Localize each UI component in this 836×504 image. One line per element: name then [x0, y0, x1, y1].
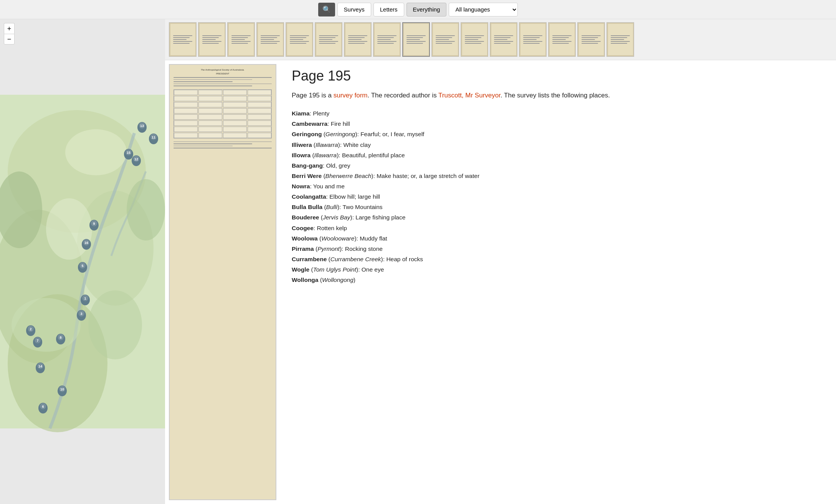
desc-type: survey form [334, 92, 368, 99]
svg-point-7 [12, 298, 81, 352]
svg-point-5 [65, 129, 127, 175]
thumbnail-12[interactable] [490, 22, 517, 57]
place-name: Pirrama [292, 245, 314, 252]
place-item: Coogee: Rotten kelp [292, 223, 824, 233]
thumbnail-strip [165, 19, 836, 60]
main-layout: + − 13 [0, 19, 836, 504]
place-name: Cambewarra [292, 120, 327, 127]
svg-text:13: 13 [140, 124, 144, 128]
place-name: Wollonga [292, 277, 318, 283]
thumbnail-15[interactable] [577, 22, 605, 57]
place-name: Wogle [292, 266, 309, 273]
place-meaning: White clay [343, 142, 371, 148]
zoom-out-button[interactable]: − [4, 34, 15, 44]
place-name: Coogee [292, 225, 314, 231]
place-alt: Pyrmont [317, 245, 340, 252]
doc-footer-lines [173, 142, 272, 148]
thumbnail-9-active[interactable] [402, 22, 430, 57]
document-image-container: The Anthropological Society of Australas… [169, 64, 276, 500]
place-meaning: Fire hill [331, 120, 350, 127]
place-name: Berri Were [292, 173, 322, 179]
place-alt: Gerringong [325, 131, 355, 137]
place-meaning: Elbow hill; large hill [329, 193, 380, 200]
thumbnail-14[interactable] [548, 22, 576, 57]
place-item: Bang-gang: Old, grey [292, 160, 824, 171]
place-name: Currambene [292, 256, 327, 262]
place-item: Wogle (Tom Uglys Point): One eye [292, 264, 824, 275]
place-meaning: Old, grey [326, 162, 350, 169]
place-meaning: Plenty [313, 110, 329, 117]
content-area: The Anthropological Society of Australas… [165, 60, 836, 504]
svg-text:8: 8 [59, 336, 61, 339]
tab-letters[interactable]: Letters [373, 3, 404, 16]
place-name: Bang-gang [292, 162, 323, 169]
place-item: Nowra: You and me [292, 181, 824, 191]
place-meaning: Make haste; or, a large stretch of water [377, 173, 479, 179]
tab-surveys[interactable]: Surveys [337, 3, 371, 16]
page-title: Page 195 [292, 68, 824, 84]
zoom-in-button[interactable]: + [4, 23, 15, 34]
svg-text:12: 12 [134, 157, 138, 161]
svg-text:7: 7 [36, 339, 38, 343]
svg-text:16: 16 [84, 241, 88, 245]
thumbnail-3[interactable] [227, 22, 255, 57]
thumbnail-2[interactable] [198, 22, 226, 57]
place-name: Kiama [292, 110, 310, 117]
place-item: Coolangatta: Elbow hill; large hill [292, 191, 824, 202]
place-meaning: Muddy flat [360, 235, 387, 242]
place-alt: Bulli [326, 204, 337, 210]
place-item: Currambene (Currambene Creek): Heap of r… [292, 254, 824, 264]
place-item: Geringong (Gerringong): Fearful; or, I f… [292, 129, 824, 139]
place-alt: Currambene Creek [330, 256, 381, 262]
thumbnail-10[interactable] [431, 22, 459, 57]
tab-everything[interactable]: Everything [406, 3, 447, 16]
thumbnail-4[interactable] [256, 22, 284, 57]
place-name: Illowra [292, 152, 311, 158]
place-meaning: You and me [313, 183, 345, 189]
place-meaning: Large fishing place [355, 214, 405, 221]
place-list: Kiama: PlentyCambewarra: Fire hillGering… [292, 108, 824, 285]
place-name: Woolowa [292, 235, 318, 242]
place-item: Illiwera (Illawarra): White clay [292, 140, 824, 150]
map-svg: 13 11 15 12 9 16 [0, 19, 165, 504]
place-alt: Bherwerre Beach [325, 173, 372, 179]
desc-mid: . The recorded author is [368, 92, 439, 99]
place-alt: Jervis Bay [323, 214, 350, 221]
right-panel: The Anthropological Society of Australas… [165, 19, 836, 504]
svg-text:6: 6 [42, 405, 44, 408]
navbar: 🔍 Surveys Letters Everything All languag… [0, 0, 836, 19]
place-item: Wollonga (Wollongong) [292, 275, 824, 285]
thumbnail-7[interactable] [344, 22, 372, 57]
place-meaning: Rotten kelp [317, 225, 347, 231]
svg-point-10 [88, 290, 142, 359]
language-select[interactable]: All languages English French German Lati… [449, 3, 518, 16]
svg-text:3: 3 [80, 312, 82, 316]
map-zoom-controls: + − [4, 23, 15, 44]
svg-text:15: 15 [127, 151, 131, 155]
doc-subheader-text: PRESIDENT [173, 72, 272, 75]
thumbnail-13[interactable] [519, 22, 547, 57]
place-name: Illiwera [292, 142, 312, 148]
place-item: Woolowa (Woolooware): Muddy flat [292, 233, 824, 244]
thumbnail-5[interactable] [286, 22, 313, 57]
thumbnail-16[interactable] [606, 22, 634, 57]
thumbnail-6[interactable] [315, 22, 342, 57]
place-alt: Illawarra [316, 142, 338, 148]
desc-intro: Page 195 is a [292, 92, 334, 99]
thumbnail-11[interactable] [461, 22, 488, 57]
place-item: Pirrama (Pyrmont): Rocking stone [292, 244, 824, 254]
svg-text:10: 10 [60, 387, 64, 391]
thumbnail-1[interactable] [169, 22, 197, 57]
thumbnail-8[interactable] [373, 22, 401, 57]
svg-point-6 [46, 198, 92, 260]
doc-header-text: The Anthropological Society of Australas… [173, 69, 272, 71]
doc-lines [173, 77, 272, 86]
place-name: Bulla Bulla [292, 204, 322, 210]
document-image: The Anthropological Society of Australas… [170, 65, 276, 499]
svg-text:2: 2 [30, 327, 31, 331]
place-name: Geringong [292, 131, 322, 137]
place-meaning: Two Mountains [342, 204, 382, 210]
desc-end: . The survey lists the following places. [501, 92, 610, 99]
place-meaning: Rocking stone [345, 245, 383, 252]
search-button[interactable]: 🔍 [318, 3, 335, 16]
